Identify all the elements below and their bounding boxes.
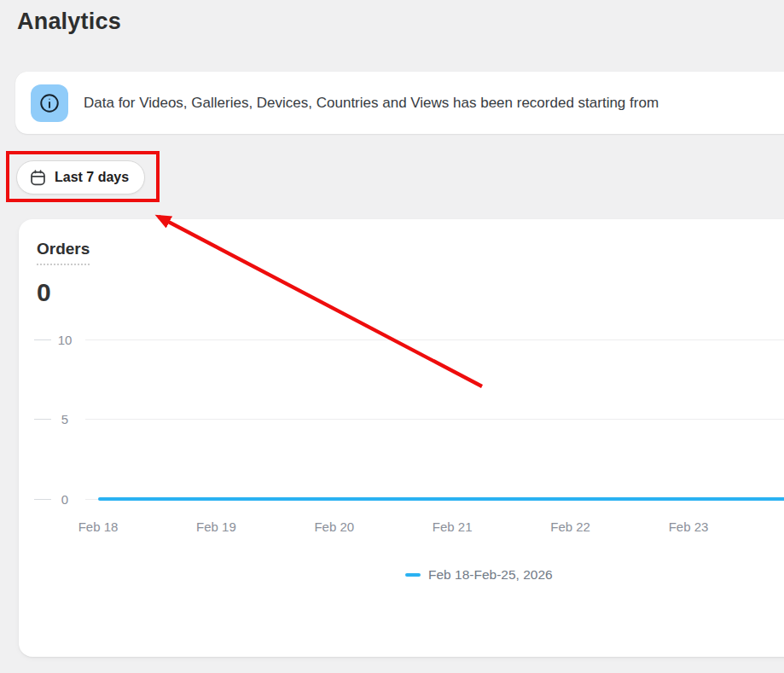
info-banner: Data for Videos, Galleries, Devices, Cou…	[15, 72, 784, 134]
calendar-icon	[29, 169, 47, 187]
legend-label: Feb 18-Feb-25, 2026	[428, 567, 553, 583]
x-axis-label: Feb 22	[550, 519, 590, 534]
y-tick-label: 0	[51, 492, 78, 507]
legend-marker-icon	[405, 573, 421, 577]
page-title: Analytics	[17, 9, 121, 35]
y-tick-icon	[34, 499, 51, 500]
y-tick-icon	[34, 339, 51, 340]
analytics-page: Analytics Data for Videos, Galleries, De…	[0, 0, 784, 673]
info-icon	[31, 84, 68, 122]
x-axis-label: Feb 19	[196, 519, 236, 534]
grid-line	[85, 339, 784, 340]
y-tick-icon	[34, 419, 51, 420]
series-line[interactable]	[98, 497, 784, 501]
banner-text: Data for Videos, Galleries, Devices, Cou…	[84, 95, 659, 112]
y-tick-row: 5	[34, 411, 784, 428]
card-title[interactable]: Orders	[37, 240, 90, 265]
x-axis-label: Feb 23	[669, 519, 709, 534]
x-axis: Feb 18Feb 19Feb 20Feb 21Feb 22Feb 23	[34, 519, 784, 537]
y-tick-label: 5	[51, 412, 78, 426]
y-tick-row: 10	[34, 331, 784, 348]
date-range-button[interactable]: Last 7 days	[16, 160, 145, 194]
chart-plot-area[interactable]: 1050	[34, 339, 784, 499]
metric-total: 0	[37, 278, 51, 307]
x-axis-label: Feb 20	[314, 519, 354, 534]
x-axis-label: Feb 18	[78, 519, 119, 534]
grid-line	[85, 419, 784, 420]
y-tick-label: 10	[51, 333, 78, 347]
x-axis-label: Feb 21	[433, 519, 473, 534]
date-range-label: Last 7 days	[55, 170, 129, 185]
legend-item[interactable]: Feb 18-Feb-25, 2026	[405, 566, 553, 584]
y-axis-grid: 1050	[34, 339, 784, 499]
orders-card: Orders 0 1050 Feb 18Feb 19Feb 20Feb 21Fe…	[19, 219, 784, 657]
